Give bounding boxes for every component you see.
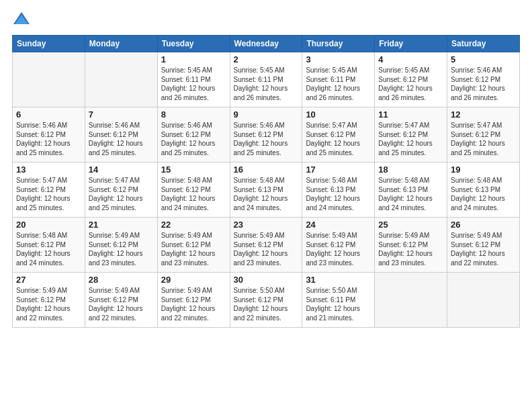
day-number: 12 — [451, 109, 516, 120]
calendar-cell: 25Sunrise: 5:49 AM Sunset: 6:12 PM Dayli… — [375, 218, 447, 273]
day-detail: Sunrise: 5:49 AM Sunset: 6:12 PM Dayligh… — [161, 286, 226, 322]
day-number: 6 — [16, 109, 81, 120]
calendar-cell: 29Sunrise: 5:49 AM Sunset: 6:12 PM Dayli… — [157, 273, 230, 328]
calendar-cell: 3Sunrise: 5:45 AM Sunset: 6:11 PM Daylig… — [302, 52, 375, 107]
day-number: 2 — [234, 54, 299, 64]
day-number: 29 — [161, 275, 226, 285]
calendar-week-row: 13Sunrise: 5:47 AM Sunset: 6:12 PM Dayli… — [13, 163, 520, 218]
weekday-header-saturday: Saturday — [447, 36, 520, 52]
calendar-week-row: 1Sunrise: 5:45 AM Sunset: 6:11 PM Daylig… — [13, 52, 520, 107]
day-detail: Sunrise: 5:49 AM Sunset: 6:12 PM Dayligh… — [451, 231, 516, 267]
calendar-cell: 10Sunrise: 5:47 AM Sunset: 6:12 PM Dayli… — [302, 107, 375, 163]
day-number: 15 — [161, 165, 226, 175]
calendar-cell: 12Sunrise: 5:47 AM Sunset: 6:12 PM Dayli… — [447, 107, 520, 163]
day-number: 26 — [451, 220, 516, 230]
day-detail: Sunrise: 5:48 AM Sunset: 6:12 PM Dayligh… — [161, 176, 226, 212]
day-detail: Sunrise: 5:46 AM Sunset: 6:12 PM Dayligh… — [451, 66, 516, 102]
day-detail: Sunrise: 5:49 AM Sunset: 6:12 PM Dayligh… — [89, 286, 154, 322]
day-number: 22 — [161, 220, 226, 230]
calendar-cell: 14Sunrise: 5:47 AM Sunset: 6:12 PM Dayli… — [85, 163, 157, 218]
calendar-cell: 21Sunrise: 5:49 AM Sunset: 6:12 PM Dayli… — [85, 218, 157, 273]
calendar-cell: 30Sunrise: 5:50 AM Sunset: 6:12 PM Dayli… — [230, 273, 302, 328]
calendar-cell: 31Sunrise: 5:50 AM Sunset: 6:11 PM Dayli… — [302, 273, 375, 328]
day-detail: Sunrise: 5:47 AM Sunset: 6:12 PM Dayligh… — [306, 121, 371, 157]
day-number: 13 — [16, 165, 81, 175]
day-detail: Sunrise: 5:50 AM Sunset: 6:11 PM Dayligh… — [306, 286, 371, 322]
calendar-cell: 18Sunrise: 5:48 AM Sunset: 6:13 PM Dayli… — [375, 163, 447, 218]
page: SundayMondayTuesdayWednesdayThursdayFrid… — [0, 0, 532, 411]
day-detail: Sunrise: 5:47 AM Sunset: 6:12 PM Dayligh… — [451, 121, 516, 157]
header — [12, 9, 520, 28]
calendar-cell: 1Sunrise: 5:45 AM Sunset: 6:11 PM Daylig… — [157, 52, 230, 107]
calendar-week-row: 20Sunrise: 5:48 AM Sunset: 6:12 PM Dayli… — [13, 218, 520, 273]
day-detail: Sunrise: 5:49 AM Sunset: 6:12 PM Dayligh… — [16, 286, 81, 322]
calendar-cell: 24Sunrise: 5:49 AM Sunset: 6:12 PM Dayli… — [302, 218, 375, 273]
calendar-cell: 2Sunrise: 5:45 AM Sunset: 6:11 PM Daylig… — [230, 52, 302, 107]
weekday-header-sunday: Sunday — [13, 36, 85, 52]
weekday-header-friday: Friday — [375, 36, 447, 52]
weekday-header-monday: Monday — [85, 36, 157, 52]
day-number: 5 — [451, 54, 516, 64]
day-detail: Sunrise: 5:46 AM Sunset: 6:12 PM Dayligh… — [16, 121, 81, 157]
day-number: 16 — [234, 165, 299, 175]
day-detail: Sunrise: 5:50 AM Sunset: 6:12 PM Dayligh… — [234, 286, 299, 322]
weekday-header-thursday: Thursday — [302, 36, 375, 52]
calendar-cell: 19Sunrise: 5:48 AM Sunset: 6:13 PM Dayli… — [447, 163, 520, 218]
day-detail: Sunrise: 5:49 AM Sunset: 6:12 PM Dayligh… — [161, 231, 226, 267]
day-detail: Sunrise: 5:47 AM Sunset: 6:12 PM Dayligh… — [16, 176, 81, 212]
day-detail: Sunrise: 5:49 AM Sunset: 6:12 PM Dayligh… — [378, 231, 443, 267]
day-number: 23 — [234, 220, 299, 230]
day-number: 19 — [451, 165, 516, 175]
day-number: 30 — [234, 275, 299, 285]
day-number: 20 — [16, 220, 81, 230]
day-number: 27 — [16, 275, 81, 285]
day-number: 17 — [306, 165, 371, 175]
day-detail: Sunrise: 5:47 AM Sunset: 6:12 PM Dayligh… — [378, 121, 443, 157]
calendar-cell: 26Sunrise: 5:49 AM Sunset: 6:12 PM Dayli… — [447, 218, 520, 273]
day-number: 11 — [378, 109, 443, 120]
day-detail: Sunrise: 5:46 AM Sunset: 6:12 PM Dayligh… — [161, 121, 226, 157]
calendar-cell — [85, 52, 157, 107]
day-detail: Sunrise: 5:48 AM Sunset: 6:12 PM Dayligh… — [16, 231, 81, 267]
day-detail: Sunrise: 5:49 AM Sunset: 6:12 PM Dayligh… — [89, 231, 154, 267]
day-number: 25 — [378, 220, 443, 230]
day-number: 24 — [306, 220, 371, 230]
calendar-cell: 27Sunrise: 5:49 AM Sunset: 6:12 PM Dayli… — [13, 273, 85, 328]
calendar-cell: 22Sunrise: 5:49 AM Sunset: 6:12 PM Dayli… — [157, 218, 230, 273]
day-number: 9 — [234, 109, 299, 120]
calendar-cell: 23Sunrise: 5:49 AM Sunset: 6:12 PM Dayli… — [230, 218, 302, 273]
logo-icon — [12, 9, 31, 28]
calendar-cell: 9Sunrise: 5:46 AM Sunset: 6:12 PM Daylig… — [230, 107, 302, 163]
day-detail: Sunrise: 5:49 AM Sunset: 6:12 PM Dayligh… — [306, 231, 371, 267]
day-detail: Sunrise: 5:45 AM Sunset: 6:11 PM Dayligh… — [161, 66, 226, 102]
calendar-week-row: 6Sunrise: 5:46 AM Sunset: 6:12 PM Daylig… — [13, 107, 520, 163]
day-number: 7 — [89, 109, 154, 120]
calendar-cell — [375, 273, 447, 328]
day-detail: Sunrise: 5:46 AM Sunset: 6:12 PM Dayligh… — [234, 121, 299, 157]
calendar-cell — [447, 273, 520, 328]
calendar-table: SundayMondayTuesdayWednesdayThursdayFrid… — [12, 35, 520, 328]
calendar-cell: 8Sunrise: 5:46 AM Sunset: 6:12 PM Daylig… — [157, 107, 230, 163]
weekday-header-wednesday: Wednesday — [230, 36, 302, 52]
day-detail: Sunrise: 5:48 AM Sunset: 6:13 PM Dayligh… — [378, 176, 443, 212]
day-detail: Sunrise: 5:47 AM Sunset: 6:12 PM Dayligh… — [89, 176, 154, 212]
calendar-cell — [13, 52, 85, 107]
day-number: 21 — [89, 220, 154, 230]
day-number: 31 — [306, 275, 371, 285]
calendar-cell: 16Sunrise: 5:48 AM Sunset: 6:13 PM Dayli… — [230, 163, 302, 218]
calendar-cell: 17Sunrise: 5:48 AM Sunset: 6:13 PM Dayli… — [302, 163, 375, 218]
calendar-cell: 20Sunrise: 5:48 AM Sunset: 6:12 PM Dayli… — [13, 218, 85, 273]
weekday-header-row: SundayMondayTuesdayWednesdayThursdayFrid… — [13, 36, 520, 52]
day-detail: Sunrise: 5:48 AM Sunset: 6:13 PM Dayligh… — [234, 176, 299, 212]
calendar-cell: 6Sunrise: 5:46 AM Sunset: 6:12 PM Daylig… — [13, 107, 85, 163]
day-number: 10 — [306, 109, 371, 120]
calendar-cell: 28Sunrise: 5:49 AM Sunset: 6:12 PM Dayli… — [85, 273, 157, 328]
calendar-cell: 15Sunrise: 5:48 AM Sunset: 6:12 PM Dayli… — [157, 163, 230, 218]
day-number: 28 — [89, 275, 154, 285]
day-detail: Sunrise: 5:45 AM Sunset: 6:12 PM Dayligh… — [378, 66, 443, 102]
calendar-cell: 7Sunrise: 5:46 AM Sunset: 6:12 PM Daylig… — [85, 107, 157, 163]
day-number: 8 — [161, 109, 226, 120]
day-number: 3 — [306, 54, 371, 64]
day-detail: Sunrise: 5:49 AM Sunset: 6:12 PM Dayligh… — [234, 231, 299, 267]
day-detail: Sunrise: 5:45 AM Sunset: 6:11 PM Dayligh… — [306, 66, 371, 102]
